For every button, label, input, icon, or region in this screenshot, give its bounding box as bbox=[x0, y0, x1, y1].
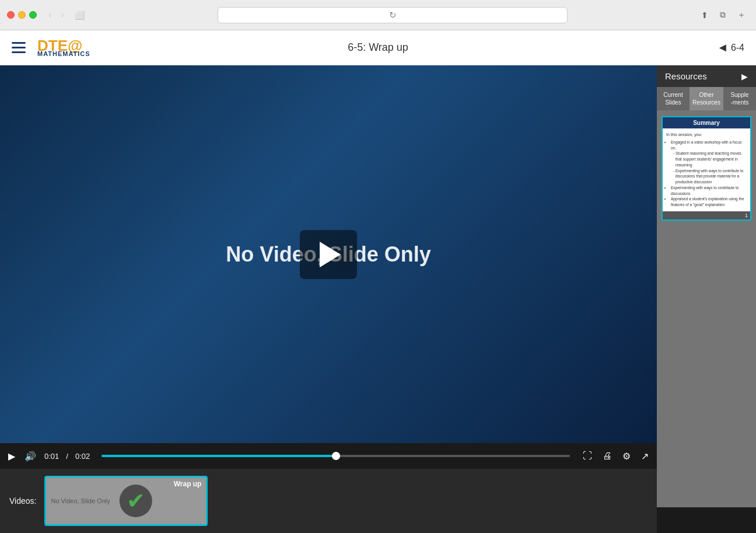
resources-title: Resources bbox=[665, 71, 707, 81]
menu-button[interactable] bbox=[12, 42, 26, 53]
checkmark-overlay: ✔ bbox=[120, 485, 152, 517]
slide-header: Summary bbox=[663, 117, 750, 128]
video-thumbnail[interactable]: No Video, Slide Only Wrap up ✔ bbox=[44, 476, 208, 526]
play-overlay[interactable] bbox=[300, 230, 357, 279]
print-button[interactable]: 🖨 bbox=[601, 450, 613, 463]
main-area: No Video, Slide Only ▶ 🔊 0:01 / 0:02 ⛶ 🖨 bbox=[0, 65, 756, 533]
sidebar: Resources ▶ CurrentSlides OtherResources… bbox=[657, 65, 756, 533]
slide-preview[interactable]: Summary In this session, you: Engaged in… bbox=[662, 116, 751, 221]
traffic-lights bbox=[7, 11, 37, 19]
nav-prev-button[interactable]: ◄ 6-4 bbox=[717, 41, 744, 54]
play-icon bbox=[320, 242, 341, 267]
current-time: 0:01 bbox=[44, 452, 59, 461]
sidebar-bottom bbox=[657, 507, 756, 533]
slide-content: In this session, you: Engaged in a video… bbox=[663, 128, 750, 211]
tab-current-slides[interactable]: CurrentSlides bbox=[657, 87, 690, 110]
resource-tabs: CurrentSlides OtherResources Supple-ment… bbox=[657, 87, 756, 110]
logo: DTE@ MATHEMATICS bbox=[37, 38, 90, 57]
browser-chrome: ‹ › ⬜ ↻ ⬆ ⧉ ＋ bbox=[0, 0, 756, 30]
slide-page-num: 1 bbox=[663, 211, 750, 220]
videos-strip: Videos: No Video, Slide Only Wrap up ✔ bbox=[0, 469, 657, 533]
control-icons: ⛶ 🖨 ⚙ ↗ bbox=[582, 450, 650, 463]
new-tab-button[interactable]: ⧉ bbox=[716, 9, 729, 21]
progress-fill bbox=[102, 455, 335, 457]
page-title: 6-5: Wrap up bbox=[348, 41, 408, 54]
logo-math: MATHEMATICS bbox=[37, 51, 90, 57]
app-header: DTE@ MATHEMATICS 6-5: Wrap up ◄ 6-4 bbox=[0, 30, 756, 65]
tab-other-resources[interactable]: OtherResources bbox=[690, 87, 723, 110]
share-button[interactable]: ⬆ bbox=[698, 9, 712, 21]
close-button[interactable] bbox=[7, 11, 15, 19]
address-bar[interactable]: ↻ bbox=[218, 7, 568, 23]
video-controls: ▶ 🔊 0:01 / 0:02 ⛶ 🖨 ⚙ ↗ bbox=[0, 443, 657, 469]
back-button[interactable]: ‹ bbox=[46, 9, 54, 22]
progress-bar[interactable] bbox=[102, 455, 570, 457]
window-icon[interactable]: ⬜ bbox=[71, 9, 88, 21]
video-player[interactable]: No Video, Slide Only bbox=[0, 65, 657, 443]
total-time: 0:02 bbox=[75, 452, 90, 461]
thumb-title: Wrap up bbox=[174, 480, 202, 488]
video-thumb-inner: No Video, Slide Only Wrap up ✔ bbox=[46, 478, 206, 524]
add-tab-button[interactable]: ＋ bbox=[734, 9, 749, 22]
volume-button[interactable]: 🔊 bbox=[23, 450, 37, 463]
play-ctrl-icon: ▶ bbox=[8, 451, 15, 462]
resources-header: Resources ▶ bbox=[657, 65, 756, 87]
settings-button[interactable]: ⚙ bbox=[621, 450, 632, 463]
play-button[interactable]: ▶ bbox=[7, 450, 16, 463]
resources-arrow-icon[interactable]: ▶ bbox=[741, 72, 748, 81]
video-area: No Video, Slide Only ▶ 🔊 0:01 / 0:02 ⛶ 🖨 bbox=[0, 65, 657, 533]
time-separator: / bbox=[66, 452, 68, 461]
checkmark-icon: ✔ bbox=[127, 490, 145, 512]
maximize-button[interactable] bbox=[29, 11, 37, 19]
refresh-icon[interactable]: ↻ bbox=[389, 10, 397, 20]
volume-icon: 🔊 bbox=[24, 451, 36, 462]
nav-prev-label: 6-4 bbox=[731, 43, 744, 53]
thumb-text: No Video, Slide Only bbox=[51, 497, 110, 504]
videos-label: Videos: bbox=[9, 496, 36, 506]
tab-supplements[interactable]: Supple-ments bbox=[723, 87, 756, 110]
share-ctrl-button[interactable]: ↗ bbox=[640, 450, 650, 463]
forward-button[interactable]: › bbox=[58, 9, 66, 22]
sidebar-spacer bbox=[657, 227, 756, 507]
progress-thumb[interactable] bbox=[332, 452, 340, 460]
minimize-button[interactable] bbox=[18, 11, 26, 19]
fullscreen-button[interactable]: ⛶ bbox=[582, 450, 593, 463]
